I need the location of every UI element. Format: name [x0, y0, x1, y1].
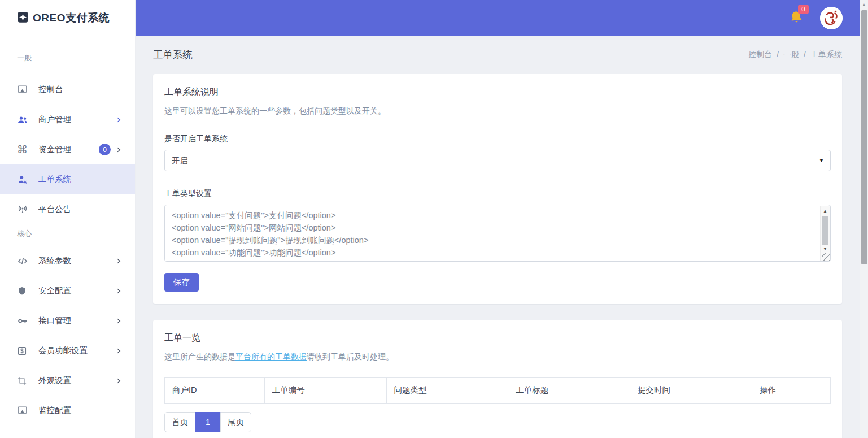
scroll-up-icon[interactable]: ▲	[860, 0, 868, 9]
tickets-card-title: 工单一览	[164, 332, 831, 344]
column-submit-time: 提交时间	[630, 378, 752, 404]
chevron-right-icon	[115, 377, 123, 385]
notifications-button[interactable]: 0	[788, 10, 805, 27]
sidebar-item-tickets[interactable]: 工单系统	[0, 164, 135, 194]
table-header-row: 商户ID 工单编号 问题类型 工单标题 提交时间 操作	[165, 378, 831, 404]
crop-icon	[17, 376, 30, 386]
select-arrow-icon: ▼	[819, 158, 824, 163]
scroll-up-icon[interactable]: ▲	[821, 207, 830, 215]
column-merchant-id: 商户ID	[165, 378, 265, 404]
app-logo[interactable]: OREO支付系统	[0, 0, 135, 36]
notification-count-badge: 0	[798, 5, 809, 14]
pagination-first-button[interactable]: 首页	[164, 412, 195, 432]
tickets-table: 商户ID 工单编号 问题类型 工单标题 提交时间 操作	[164, 377, 831, 404]
column-actions: 操作	[752, 378, 830, 404]
sidebar-item-monitoring[interactable]: 监控配置	[0, 396, 135, 426]
app-title: OREO支付系统	[33, 11, 110, 25]
column-ticket-title: 工单标题	[508, 378, 630, 404]
section-label-core: 核心	[17, 229, 135, 239]
column-ticket-number: 工单编号	[264, 378, 386, 404]
pagination: 首页 1 尾页	[164, 412, 251, 432]
sidebar-item-announcements[interactable]: 平台公告	[0, 194, 135, 224]
breadcrumb-general[interactable]: 一般	[783, 50, 799, 60]
user-avatar[interactable]	[820, 7, 843, 29]
key-icon	[17, 315, 30, 327]
scroll-down-icon[interactable]: ▼	[821, 245, 830, 253]
sidebar-item-appearance[interactable]: 外观设置	[0, 366, 135, 396]
ticket-types-value: <option value="支付问题">支付问题</option> <opti…	[172, 209, 814, 261]
ticket-types-textarea[interactable]: <option value="支付问题">支付问题</option> <opti…	[164, 205, 831, 262]
topbar: 0	[136, 0, 860, 36]
funds-count-badge: 0	[99, 144, 111, 155]
sidebar: OREO支付系统 一般 控制台 商户管理 ⌘ 资金管理 0	[0, 0, 136, 438]
chevron-right-icon	[115, 347, 123, 355]
breadcrumb: 控制台 / 一般 / 工单系统	[748, 50, 842, 60]
dollar-square-icon	[17, 346, 30, 356]
ticket-system-toggle-select[interactable]: 开启 ▼	[164, 150, 831, 171]
shield-icon	[17, 286, 30, 296]
settings-card-title: 工单系统说明	[164, 86, 831, 98]
sidebar-item-console[interactable]: 控制台	[0, 75, 135, 105]
toggle-label: 是否开启工单系统	[164, 134, 831, 144]
ticket-list-card: 工单一览 这里所产生的数据是平台所有的工单数据请收到工单后及时处理。 商户ID …	[153, 320, 842, 438]
selected-option: 开启	[172, 155, 188, 166]
textarea-scrollbar[interactable]: ▲ ▼	[820, 206, 830, 261]
tickets-card-description: 这里所产生的数据是平台所有的工单数据请收到工单后及时处理。	[164, 351, 831, 362]
code-icon	[17, 255, 30, 267]
scrollbar-thumb[interactable]	[822, 216, 828, 245]
brand-star-icon	[17, 11, 29, 25]
main-content: 工单系统 控制台 / 一般 / 工单系统 工单系统说明 这里可以设置您工单系统的…	[136, 36, 860, 438]
resize-grip[interactable]	[822, 253, 830, 261]
breadcrumb-current: 工单系统	[810, 50, 842, 60]
save-button[interactable]: 保存	[164, 273, 199, 292]
ticket-system-icon	[17, 174, 30, 185]
breadcrumb-console[interactable]: 控制台	[748, 50, 772, 60]
console-icon	[17, 84, 30, 95]
all-tickets-link[interactable]: 平台所有的工单数据	[235, 352, 307, 361]
chevron-right-icon	[115, 287, 123, 295]
monitor-icon	[17, 405, 30, 416]
chevron-right-icon	[115, 257, 123, 265]
sidebar-item-api[interactable]: 接口管理	[0, 306, 135, 336]
pagination-last-button[interactable]: 尾页	[220, 412, 251, 432]
window-scrollbar-thumb[interactable]	[861, 10, 867, 264]
ticket-settings-card: 工单系统说明 这里可以设置您工单系统的一些参数，包括问题类型以及开关。 是否开启…	[153, 74, 842, 304]
sidebar-item-security[interactable]: 安全配置	[0, 276, 135, 306]
chevron-right-icon	[115, 146, 123, 154]
pagination-page-1-button[interactable]: 1	[195, 412, 221, 432]
merchants-icon	[17, 114, 30, 125]
funds-icon: ⌘	[17, 144, 30, 155]
section-label-general: 一般	[17, 53, 135, 63]
sidebar-item-system-params[interactable]: 系统参数	[0, 246, 135, 276]
page-header: 工单系统 控制台 / 一般 / 工单系统	[153, 36, 842, 74]
settings-card-description: 这里可以设置您工单系统的一些参数，包括问题类型以及开关。	[164, 105, 831, 116]
chevron-right-icon	[115, 116, 123, 124]
sidebar-item-merchants[interactable]: 商户管理	[0, 105, 135, 135]
column-issue-type: 问题类型	[386, 378, 508, 404]
types-label: 工单类型设置	[164, 189, 831, 199]
sidebar-item-funds[interactable]: ⌘ 资金管理 0	[0, 135, 135, 164]
page-title: 工单系统	[153, 48, 193, 62]
sidebar-item-member-settings[interactable]: 会员功能设置	[0, 336, 135, 366]
window-scrollbar[interactable]: ▲	[860, 0, 868, 438]
chevron-right-icon	[115, 317, 123, 325]
broadcast-icon	[17, 204, 30, 215]
